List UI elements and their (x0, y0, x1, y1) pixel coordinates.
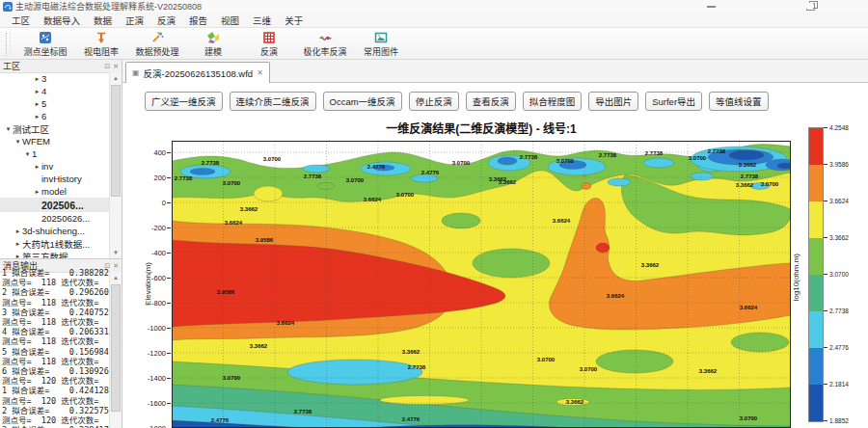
contour-label: 3.6624 (225, 220, 242, 226)
tool-label: 极化率反演 (303, 45, 346, 58)
scrollbar-thumb[interactable] (111, 85, 121, 197)
tool-inversion[interactable]: 反演 (242, 30, 296, 59)
tree-item[interactable]: ▾ WFEM (0, 135, 109, 147)
y-tick: 400 (131, 148, 166, 157)
expand-arrow-icon[interactable]: ▸ (14, 227, 22, 235)
menu-item[interactable]: 关于 (278, 13, 310, 27)
expand-arrow-icon[interactable]: ▾ (4, 125, 13, 133)
tree-item[interactable]: ▸ 5 (0, 97, 109, 110)
scroll-down-icon[interactable]: ▼ (110, 247, 122, 258)
tool-label: 视电阻率 (84, 45, 119, 58)
tree-item[interactable]: ▾ 1 (0, 147, 109, 160)
expand-arrow-icon[interactable]: ▸ (33, 113, 41, 120)
tree-item[interactable]: ▸ 大药坑1线数据... (0, 237, 109, 250)
minimize-icon[interactable] (707, 6, 716, 8)
expand-arrow-icon[interactable]: ▸ (33, 88, 41, 95)
inversion-action-button[interactable]: Surfer导出 (645, 92, 702, 111)
tree-item[interactable]: ▸ model (0, 185, 109, 198)
tool-label: 常用图件 (364, 45, 398, 58)
y-tick: -1000 (131, 324, 166, 333)
menu-item[interactable]: 报告 (182, 13, 214, 27)
message-panel: 消息输出 ⊡ ✕ 1 拟合误差= 0.388282测点号= 118 迭代次数=2… (0, 258, 122, 428)
contour-label: 2.7738 (599, 152, 616, 158)
inversion-action-button[interactable]: 广义逆一维反演 (145, 92, 223, 111)
inversion-action-button[interactable]: 等值线设置 (709, 92, 769, 111)
tool-polarization-inversion[interactable]: 极化率反演 (298, 30, 352, 59)
scrollbar-thumb[interactable] (111, 284, 121, 412)
tree-item[interactable]: ▸ 3 (0, 72, 109, 85)
tool-common-graphics[interactable]: 常用图件 (354, 30, 408, 59)
inversion-action-button[interactable]: 查看反演 (466, 92, 516, 111)
contour-label: 3.3662 (739, 162, 756, 168)
tab-doc-icon: ▣ (132, 68, 140, 77)
tree-item[interactable]: invHistory (0, 173, 109, 185)
tree-item[interactable]: ▾ 测试工区 (0, 122, 109, 135)
tool-apparent-resistivity[interactable]: 视电阻率 (74, 30, 128, 59)
tree-scrollbar[interactable]: ▲ ▼ (109, 72, 122, 258)
colorbar-label: log10(ohm.m) (792, 127, 800, 428)
message-scrollbar[interactable]: ▲ (109, 272, 122, 428)
tree-item[interactable]: ▸ 6 (0, 110, 109, 122)
menu-item[interactable]: 反演 (150, 13, 182, 27)
tree-item[interactable]: 202506... (0, 198, 109, 212)
expand-arrow-icon[interactable]: ▾ (23, 150, 32, 158)
contour-label: 3.0700 (223, 180, 240, 186)
tree-item[interactable]: ▸ 4 (0, 85, 109, 97)
tree-item[interactable]: 20250626... (0, 212, 109, 225)
close-panel-icon[interactable]: ✕ (113, 261, 119, 270)
inversion-action-button[interactable]: Occam一维反演 (323, 92, 402, 111)
y-tick: -1800 (131, 424, 166, 428)
tree-item[interactable]: ▸ 第三方数据 (0, 250, 109, 258)
expand-arrow-icon[interactable]: ▾ (14, 138, 22, 146)
tree-item-label: model (41, 186, 67, 197)
contour-label: 3.0700 (689, 155, 706, 161)
menu-item[interactable]: 数据 (87, 13, 119, 27)
message-line: 1 拟合误差= 0.424128 (0, 386, 109, 395)
tab-close-icon[interactable]: ✕ (257, 68, 263, 77)
message-line: 测点号= 118 迭代次数= (0, 278, 109, 287)
expand-arrow-icon[interactable]: ▸ (33, 100, 41, 108)
tree-item[interactable]: ▸ 3d-shuicheng... (0, 225, 109, 237)
contour-label: 3.0700 (761, 181, 778, 187)
contour-label: 2.7738 (708, 148, 725, 154)
contour-plot: 4002000-200-400-600-800-1000-1200-1400-1… (172, 140, 791, 428)
document-tab[interactable]: ▣ 反演-20250626135108.wfd ✕ (125, 62, 270, 83)
contour-label: 3.3662 (699, 368, 717, 374)
message-line: 测点号= 118 迭代次数= (0, 317, 109, 327)
tool-label: 反演 (260, 45, 278, 58)
expand-arrow-icon[interactable]: ▸ (33, 163, 41, 171)
menu-item[interactable]: 三维 (246, 13, 278, 27)
inversion-action-button[interactable]: 停止反演 (409, 92, 459, 111)
contour-label: 2.7738 (741, 174, 758, 179)
maximize-icon[interactable] (806, 3, 815, 11)
expand-arrow-icon[interactable]: ▸ (33, 188, 41, 196)
main-area: ▣ 反演-20250626135108.wfd ✕ 广义逆一维反演连续介质二维反… (122, 60, 868, 428)
scroll-up-icon[interactable]: ▲ (110, 272, 122, 283)
menu-item[interactable]: 工区 (5, 13, 37, 27)
colorbar-segment (809, 201, 823, 238)
colorbar-segment (809, 275, 823, 311)
tool-modeling[interactable]: 建模 (186, 30, 240, 59)
scroll-up-icon[interactable]: ▲ (110, 72, 122, 84)
menu-item[interactable]: 数据导入 (37, 13, 87, 27)
close-panel-icon[interactable]: ✕ (113, 62, 119, 70)
expand-arrow-icon[interactable]: ▸ (14, 240, 22, 248)
tool-survey-coords[interactable]: 测点坐标图 (18, 30, 72, 59)
expand-arrow-icon[interactable]: ▸ (33, 75, 41, 83)
tree-item[interactable]: ▸ inv (0, 160, 109, 173)
message-line: 测点号= 120 迭代次数= (0, 415, 109, 425)
float-panel-icon[interactable]: ⊡ (104, 62, 110, 70)
tree-item-label: 5 (41, 98, 46, 109)
contour-label: 3.3662 (641, 262, 659, 268)
inversion-action-button[interactable]: 连续介质二维反演 (230, 92, 316, 111)
colorbar-tick: 3.0700 (829, 271, 849, 278)
inversion-action-button[interactable]: 拟合程度图 (523, 92, 583, 111)
workspace-panel-header: 工区 ⊡ ✕ (0, 60, 122, 73)
toolbar-handle[interactable] (6, 33, 11, 56)
inversion-action-button[interactable]: 导出图片 (588, 92, 638, 111)
menu-item[interactable]: 视图 (214, 13, 246, 27)
tree-item-label: 1 (32, 148, 37, 159)
contour-label: 2.7738 (175, 175, 192, 181)
tool-preprocess[interactable]: 数据预处理 (130, 30, 184, 59)
menu-item[interactable]: 正演 (119, 13, 150, 27)
